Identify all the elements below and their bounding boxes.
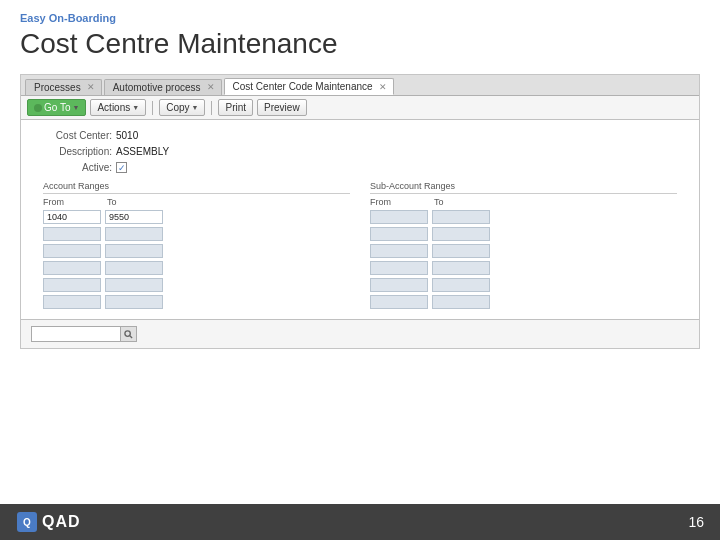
account-row-1	[43, 227, 350, 241]
account-from-header: From	[43, 197, 103, 207]
active-field: Active: ✓	[37, 162, 683, 173]
search-button[interactable]	[121, 326, 137, 342]
account-to-3[interactable]	[105, 261, 163, 275]
header: Easy On-Boarding Cost Centre Maintenance	[0, 0, 720, 74]
actions-label: Actions	[97, 102, 130, 113]
page-title: Cost Centre Maintenance	[20, 28, 700, 60]
main-window: Processes ✕ Automotive process ✕ Cost Ce…	[20, 74, 700, 349]
toolbar-separator-2	[211, 101, 212, 115]
sub-to-5[interactable]	[432, 295, 490, 309]
sub-account-ranges-label: Sub-Account Ranges	[370, 181, 677, 194]
sub-from-1[interactable]	[370, 227, 428, 241]
account-row-2	[43, 244, 350, 258]
account-to-header: To	[107, 197, 167, 207]
tab-processes[interactable]: Processes ✕	[25, 79, 102, 95]
sub-account-range-rows	[370, 210, 677, 309]
account-from-2[interactable]	[43, 244, 101, 258]
toolbar-separator-1	[152, 101, 153, 115]
copy-label: Copy	[166, 102, 189, 113]
account-to-1[interactable]	[105, 227, 163, 241]
account-to-5[interactable]	[105, 295, 163, 309]
account-from-5[interactable]	[43, 295, 101, 309]
tab-automotive-label: Automotive process	[113, 82, 201, 93]
toolbar: Go To ▼ Actions ▼ Copy ▼ Print Preview	[21, 96, 699, 120]
description-value: ASSEMBLY	[116, 146, 169, 157]
copy-button[interactable]: Copy ▼	[159, 99, 205, 116]
app-subtitle: Easy On-Boarding	[20, 12, 700, 24]
sub-to-4[interactable]	[432, 278, 490, 292]
tab-cost-center-label: Cost Center Code Maintenance	[233, 81, 373, 92]
description-field: Description: ASSEMBLY	[37, 146, 683, 157]
copy-arrow-icon: ▼	[192, 104, 199, 111]
sub-row-5	[370, 295, 677, 309]
preview-label: Preview	[264, 102, 300, 113]
account-range-rows	[43, 210, 350, 309]
footer-page-number: 16	[688, 514, 704, 530]
active-checkbox[interactable]: ✓	[116, 162, 127, 173]
account-from-3[interactable]	[43, 261, 101, 275]
sub-to-3[interactable]	[432, 261, 490, 275]
preview-button[interactable]: Preview	[257, 99, 307, 116]
tab-processes-label: Processes	[34, 82, 81, 93]
sub-row-2	[370, 244, 677, 258]
sub-row-1	[370, 227, 677, 241]
qad-logo-icon: Q	[16, 511, 38, 533]
sub-from-2[interactable]	[370, 244, 428, 258]
sub-account-from-header: From	[370, 197, 430, 207]
sub-to-1[interactable]	[432, 227, 490, 241]
tab-processes-close[interactable]: ✕	[87, 82, 95, 92]
account-ranges-label: Account Ranges	[43, 181, 350, 194]
account-row-0	[43, 210, 350, 224]
account-to-2[interactable]	[105, 244, 163, 258]
sub-from-3[interactable]	[370, 261, 428, 275]
account-row-5	[43, 295, 350, 309]
sub-from-5[interactable]	[370, 295, 428, 309]
goto-arrow-icon: ▼	[73, 104, 80, 111]
svg-point-0	[125, 330, 130, 335]
search-input[interactable]	[31, 326, 121, 342]
account-ranges-section: Account Ranges From To	[43, 181, 350, 309]
form-area: Cost Center: 5010 Description: ASSEMBLY …	[21, 120, 699, 319]
tab-automotive[interactable]: Automotive process ✕	[104, 79, 222, 95]
search-bar	[21, 319, 699, 348]
sub-account-to-header: To	[434, 197, 494, 207]
tab-cost-center-close[interactable]: ✕	[379, 82, 387, 92]
ranges-container: Account Ranges From To	[37, 181, 683, 309]
tab-automotive-close[interactable]: ✕	[207, 82, 215, 92]
sub-account-ranges-section: Sub-Account Ranges From To	[370, 181, 677, 309]
print-label: Print	[225, 102, 246, 113]
cost-center-value: 5010	[116, 130, 138, 141]
account-to-4[interactable]	[105, 278, 163, 292]
sub-row-4	[370, 278, 677, 292]
account-ranges-header: From To	[43, 197, 350, 207]
tab-bar: Processes ✕ Automotive process ✕ Cost Ce…	[21, 75, 699, 96]
cost-center-label: Cost Center:	[37, 130, 112, 141]
goto-icon	[34, 104, 42, 112]
account-from-0[interactable]	[43, 210, 101, 224]
tab-cost-center[interactable]: Cost Center Code Maintenance ✕	[224, 78, 394, 95]
sub-to-0[interactable]	[432, 210, 490, 224]
sub-row-3	[370, 261, 677, 275]
account-to-0[interactable]	[105, 210, 163, 224]
sub-to-2[interactable]	[432, 244, 490, 258]
goto-label: Go To	[44, 102, 71, 113]
goto-button[interactable]: Go To ▼	[27, 99, 86, 116]
actions-button[interactable]: Actions ▼	[90, 99, 146, 116]
cost-center-field: Cost Center: 5010	[37, 130, 683, 141]
search-icon	[124, 330, 133, 339]
account-from-1[interactable]	[43, 227, 101, 241]
account-from-4[interactable]	[43, 278, 101, 292]
footer: Q QAD 16	[0, 504, 720, 540]
footer-logo: Q QAD	[16, 511, 81, 533]
active-label: Active:	[37, 162, 112, 173]
sub-account-ranges-header: From To	[370, 197, 677, 207]
sub-from-0[interactable]	[370, 210, 428, 224]
description-label: Description:	[37, 146, 112, 157]
actions-arrow-icon: ▼	[132, 104, 139, 111]
sub-row-0	[370, 210, 677, 224]
account-row-4	[43, 278, 350, 292]
svg-text:Q: Q	[23, 517, 31, 528]
sub-from-4[interactable]	[370, 278, 428, 292]
account-row-3	[43, 261, 350, 275]
print-button[interactable]: Print	[218, 99, 253, 116]
